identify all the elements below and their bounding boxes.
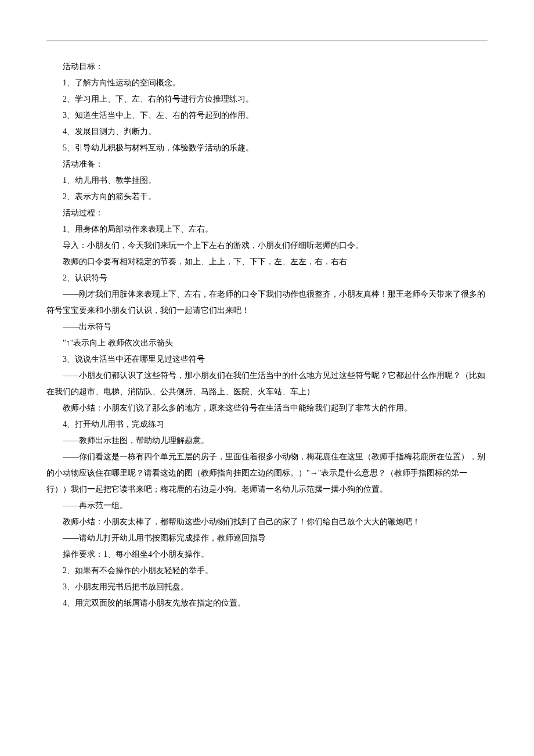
document-page: 活动目标：1、了解方向性运动的空间概念。2、学习用上、下、左、右的符号进行方位推… (0, 0, 534, 646)
text-line: 4、打开幼儿用书，完成练习 (46, 416, 488, 433)
text-line: 2、表示方向的箭头若干。 (46, 189, 488, 205)
text-line: ——出示符号 (46, 319, 488, 335)
text-line: 1、用身体的局部动作来表现上下、左右。 (46, 221, 488, 237)
text-line: 2、认识符号 (46, 270, 488, 286)
text-line: 教师小结：小朋友太棒了，都帮助这些小动物们找到了自己的家了！你们给自己放个大大的… (46, 514, 488, 530)
text-line: 1、了解方向性运动的空间概念。 (46, 75, 488, 91)
document-content: 活动目标：1、了解方向性运动的空间概念。2、学习用上、下、左、右的符号进行方位推… (46, 59, 488, 611)
text-line: 3、知道生活当中上、下、左、右的符号起到的作用。 (46, 107, 488, 124)
text-line: ——小朋友们都认识了这些符号，那小朋友们在我们生活当中的什么地方见过这些符号呢？… (46, 368, 488, 400)
text-line: 5、引导幼儿积极与材料互动，体验数学活动的乐趣。 (46, 140, 488, 156)
text-line: 教师的口令要有相对稳定的节奏，如上、上上，下、下下，左、左左，右，右右 (46, 254, 488, 270)
text-line: 活动过程： (46, 205, 488, 221)
text-line: ——教师出示挂图，帮助幼儿理解题意。 (46, 433, 488, 449)
text-line: 活动目标： (46, 59, 488, 75)
text-line: ——你们看这是一栋有四个单元五层的房子，里面住着很多小动物，梅花鹿住在这里（教师… (46, 449, 488, 498)
text-line: 1、幼儿用书、教学挂图。 (46, 172, 488, 189)
text-line: 2、学习用上、下、左、右的符号进行方位推理练习。 (46, 91, 488, 107)
text-line: 3、小朋友用完书后把书放回托盘。 (46, 579, 488, 595)
header-divider (46, 41, 488, 41)
text-line: 操作要求：1、每小组坐4个小朋友操作。 (46, 546, 488, 563)
text-line: 活动准备： (46, 156, 488, 172)
text-line: "↑"表示向上 教师依次出示箭头 (46, 335, 488, 351)
text-line: ——再示范一组。 (46, 498, 488, 514)
text-line: 教师小结：小朋友们说了那么多的地方，原来这些符号在生活当中能给我们起到了非常大的… (46, 400, 488, 416)
text-line: 2、如果有不会操作的小朋友轻轻的举手。 (46, 563, 488, 579)
text-line: ——请幼儿打开幼儿用书按图标完成操作，教师巡回指导 (46, 530, 488, 546)
text-line: ——刚才我们用肢体来表现上下、左右，在老师的口令下我们动作也很整齐，小朋友真棒！… (46, 286, 488, 319)
text-line: 导入：小朋友们，今天我们来玩一个上下左右的游戏，小朋友们仔细听老师的口令。 (46, 237, 488, 254)
text-line: 4、发展目测力、判断力。 (46, 124, 488, 140)
text-line: 3、说说生活当中还在哪里见过这些符号 (46, 351, 488, 368)
text-line: 4、用完双面胶的纸屑请小朋友先放在指定的位置。 (46, 595, 488, 611)
